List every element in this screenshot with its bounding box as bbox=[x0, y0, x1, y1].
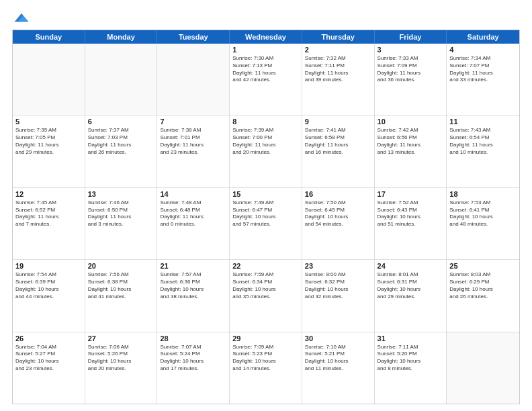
calendar-day-25: 25Sunrise: 8:03 AMSunset: 6:29 PMDayligh… bbox=[447, 260, 519, 331]
calendar: SundayMondayTuesdayWednesdayThursdayFrid… bbox=[12, 30, 520, 404]
day-number: 5 bbox=[15, 118, 82, 126]
day-info: Sunrise: 7:50 AMSunset: 6:45 PMDaylight:… bbox=[305, 199, 371, 228]
day-info: Sunrise: 7:09 AMSunset: 5:23 PMDaylight:… bbox=[232, 344, 299, 373]
calendar-empty bbox=[85, 44, 158, 115]
day-number: 12 bbox=[15, 190, 82, 198]
day-number: 10 bbox=[378, 118, 444, 126]
calendar-empty bbox=[13, 44, 85, 115]
day-info: Sunrise: 8:03 AMSunset: 6:29 PMDaylight:… bbox=[449, 271, 517, 300]
day-number: 3 bbox=[378, 46, 444, 54]
day-number: 25 bbox=[449, 262, 517, 270]
calendar-week-5: 26Sunrise: 7:04 AMSunset: 5:27 PMDayligh… bbox=[13, 332, 519, 404]
day-number: 18 bbox=[449, 190, 517, 198]
calendar-day-3: 3Sunrise: 7:33 AMSunset: 7:09 PMDaylight… bbox=[375, 44, 447, 115]
day-header-wednesday: Wednesday bbox=[230, 30, 302, 44]
day-number: 30 bbox=[305, 334, 371, 342]
day-info: Sunrise: 7:43 AMSunset: 6:54 PMDaylight:… bbox=[449, 127, 517, 156]
day-number: 1 bbox=[232, 46, 299, 54]
calendar-week-2: 5Sunrise: 7:35 AMSunset: 7:05 PMDaylight… bbox=[13, 116, 519, 187]
calendar-week-3: 12Sunrise: 7:45 AMSunset: 6:52 PMDayligh… bbox=[13, 188, 519, 260]
header bbox=[12, 12, 520, 24]
day-number: 27 bbox=[88, 334, 154, 342]
day-info: Sunrise: 7:10 AMSunset: 5:21 PMDaylight:… bbox=[305, 344, 371, 373]
calendar-header: SundayMondayTuesdayWednesdayThursdayFrid… bbox=[13, 30, 519, 44]
calendar-day-2: 2Sunrise: 7:32 AMSunset: 7:11 PMDaylight… bbox=[302, 44, 375, 115]
calendar-day-10: 10Sunrise: 7:42 AMSunset: 6:56 PMDayligh… bbox=[375, 116, 447, 187]
day-info: Sunrise: 7:30 AMSunset: 7:13 PMDaylight:… bbox=[232, 55, 299, 84]
day-number: 28 bbox=[160, 334, 226, 342]
calendar-day-7: 7Sunrise: 7:38 AMSunset: 7:01 PMDaylight… bbox=[157, 116, 230, 187]
calendar-day-18: 18Sunrise: 7:53 AMSunset: 6:41 PMDayligh… bbox=[447, 188, 519, 259]
logo-icon bbox=[13, 12, 30, 24]
calendar-day-20: 20Sunrise: 7:56 AMSunset: 6:38 PMDayligh… bbox=[85, 260, 158, 331]
calendar-day-21: 21Sunrise: 7:57 AMSunset: 6:36 PMDayligh… bbox=[157, 260, 230, 331]
day-info: Sunrise: 7:37 AMSunset: 7:03 PMDaylight:… bbox=[88, 127, 154, 156]
day-header-sunday: Sunday bbox=[13, 30, 85, 44]
day-info: Sunrise: 7:07 AMSunset: 5:24 PMDaylight:… bbox=[160, 344, 226, 373]
day-info: Sunrise: 7:32 AMSunset: 7:11 PMDaylight:… bbox=[305, 55, 371, 84]
calendar-day-14: 14Sunrise: 7:48 AMSunset: 6:48 PMDayligh… bbox=[157, 188, 230, 259]
calendar-body: 1Sunrise: 7:30 AMSunset: 7:13 PMDaylight… bbox=[13, 44, 519, 404]
day-number: 31 bbox=[378, 334, 444, 342]
day-info: Sunrise: 7:41 AMSunset: 6:58 PMDaylight:… bbox=[305, 127, 371, 156]
calendar-day-13: 13Sunrise: 7:46 AMSunset: 6:50 PMDayligh… bbox=[85, 188, 158, 259]
day-number: 2 bbox=[305, 46, 371, 54]
day-info: Sunrise: 7:42 AMSunset: 6:56 PMDaylight:… bbox=[378, 127, 444, 156]
day-info: Sunrise: 7:04 AMSunset: 5:27 PMDaylight:… bbox=[15, 344, 82, 373]
day-info: Sunrise: 8:01 AMSunset: 6:31 PMDaylight:… bbox=[378, 271, 444, 300]
day-info: Sunrise: 7:48 AMSunset: 6:48 PMDaylight:… bbox=[160, 199, 226, 228]
day-info: Sunrise: 7:57 AMSunset: 6:36 PMDaylight:… bbox=[160, 271, 226, 300]
calendar-day-6: 6Sunrise: 7:37 AMSunset: 7:03 PMDaylight… bbox=[85, 116, 158, 187]
calendar-day-22: 22Sunrise: 7:59 AMSunset: 6:34 PMDayligh… bbox=[230, 260, 302, 331]
day-number: 4 bbox=[449, 46, 517, 54]
calendar-day-1: 1Sunrise: 7:30 AMSunset: 7:13 PMDaylight… bbox=[230, 44, 302, 115]
day-number: 8 bbox=[232, 118, 299, 126]
calendar-day-15: 15Sunrise: 7:49 AMSunset: 6:47 PMDayligh… bbox=[230, 188, 302, 259]
day-header-saturday: Saturday bbox=[447, 30, 519, 44]
calendar-day-31: 31Sunrise: 7:11 AMSunset: 5:20 PMDayligh… bbox=[375, 332, 447, 404]
day-number: 29 bbox=[232, 334, 299, 342]
day-number: 16 bbox=[305, 190, 371, 198]
calendar-day-24: 24Sunrise: 8:01 AMSunset: 6:31 PMDayligh… bbox=[375, 260, 447, 331]
calendar-day-5: 5Sunrise: 7:35 AMSunset: 7:05 PMDaylight… bbox=[13, 116, 85, 187]
day-header-thursday: Thursday bbox=[302, 30, 375, 44]
day-header-friday: Friday bbox=[375, 30, 447, 44]
calendar-day-4: 4Sunrise: 7:34 AMSunset: 7:07 PMDaylight… bbox=[447, 44, 519, 115]
day-info: Sunrise: 7:59 AMSunset: 6:34 PMDaylight:… bbox=[232, 271, 299, 300]
calendar-day-27: 27Sunrise: 7:06 AMSunset: 5:26 PMDayligh… bbox=[85, 332, 158, 404]
calendar-day-17: 17Sunrise: 7:52 AMSunset: 6:43 PMDayligh… bbox=[375, 188, 447, 259]
day-number: 26 bbox=[15, 334, 82, 342]
calendar-day-19: 19Sunrise: 7:54 AMSunset: 6:39 PMDayligh… bbox=[13, 260, 85, 331]
day-header-monday: Monday bbox=[85, 30, 158, 44]
logo-text bbox=[12, 12, 30, 24]
day-info: Sunrise: 7:49 AMSunset: 6:47 PMDaylight:… bbox=[232, 199, 299, 228]
calendar-empty bbox=[447, 332, 519, 404]
calendar-day-26: 26Sunrise: 7:04 AMSunset: 5:27 PMDayligh… bbox=[13, 332, 85, 404]
calendar-day-16: 16Sunrise: 7:50 AMSunset: 6:45 PMDayligh… bbox=[302, 188, 375, 259]
calendar-day-23: 23Sunrise: 8:00 AMSunset: 6:32 PMDayligh… bbox=[302, 260, 375, 331]
logo bbox=[12, 12, 30, 24]
calendar-day-11: 11Sunrise: 7:43 AMSunset: 6:54 PMDayligh… bbox=[447, 116, 519, 187]
day-number: 14 bbox=[160, 190, 226, 198]
day-number: 13 bbox=[88, 190, 154, 198]
day-info: Sunrise: 7:06 AMSunset: 5:26 PMDaylight:… bbox=[88, 344, 154, 373]
calendar-day-12: 12Sunrise: 7:45 AMSunset: 6:52 PMDayligh… bbox=[13, 188, 85, 259]
day-info: Sunrise: 7:34 AMSunset: 7:07 PMDaylight:… bbox=[449, 55, 517, 84]
day-number: 6 bbox=[88, 118, 154, 126]
day-info: Sunrise: 7:39 AMSunset: 7:00 PMDaylight:… bbox=[232, 127, 299, 156]
calendar-week-1: 1Sunrise: 7:30 AMSunset: 7:13 PMDaylight… bbox=[13, 44, 519, 116]
calendar-day-29: 29Sunrise: 7:09 AMSunset: 5:23 PMDayligh… bbox=[230, 332, 302, 404]
day-info: Sunrise: 7:38 AMSunset: 7:01 PMDaylight:… bbox=[160, 127, 226, 156]
day-number: 15 bbox=[232, 190, 299, 198]
day-info: Sunrise: 8:00 AMSunset: 6:32 PMDaylight:… bbox=[305, 271, 371, 300]
day-number: 17 bbox=[378, 190, 444, 198]
calendar-day-30: 30Sunrise: 7:10 AMSunset: 5:21 PMDayligh… bbox=[302, 332, 375, 404]
calendar-day-28: 28Sunrise: 7:07 AMSunset: 5:24 PMDayligh… bbox=[157, 332, 230, 404]
day-info: Sunrise: 7:33 AMSunset: 7:09 PMDaylight:… bbox=[378, 55, 444, 84]
day-info: Sunrise: 7:35 AMSunset: 7:05 PMDaylight:… bbox=[15, 127, 82, 156]
day-number: 23 bbox=[305, 262, 371, 270]
day-number: 21 bbox=[160, 262, 226, 270]
calendar-empty bbox=[157, 44, 230, 115]
day-number: 20 bbox=[88, 262, 154, 270]
day-number: 7 bbox=[160, 118, 226, 126]
